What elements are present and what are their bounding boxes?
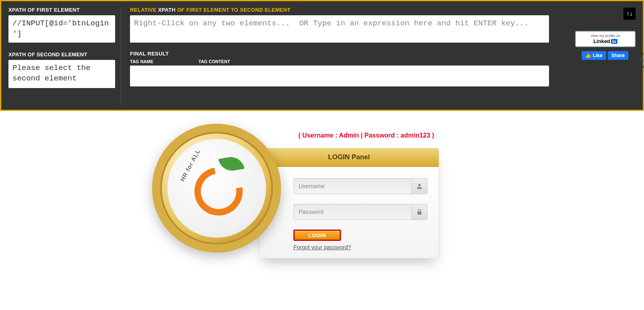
label-relative-xpath: RELATIVE XPATH OF FIRST ELEMENT TO SECON… — [130, 7, 549, 13]
swap-icon: ↑↓ — [626, 10, 633, 17]
xpath-tool-panel: XPATH OF FIRST ELEMENT XPATH OF SECOND E… — [0, 0, 644, 111]
fb-signup-link[interactable]: Sign Up — [640, 57, 644, 63]
linkedin-badge[interactable]: View my profile on Linked in — [575, 31, 636, 47]
login-area: LOGIN Panel LOGIN Forgot your password? … — [152, 124, 442, 265]
brand-medallion: HR for ALL — [152, 124, 281, 253]
user-icon — [411, 178, 427, 194]
fb-share-button[interactable]: Share — [608, 51, 628, 60]
forgot-password-link[interactable]: Forgot your password? — [293, 244, 427, 250]
login-panel: LOGIN Panel LOGIN Forgot your password? — [259, 148, 439, 259]
label-xpath-second: XPATH OF SECOND ELEMENT — [8, 51, 115, 57]
thumbs-up-icon: 👍 — [585, 53, 591, 58]
fb-like-caption: 97 people like this Sign Up to see what … — [632, 51, 644, 70]
xpath-first-input[interactable] — [8, 15, 115, 43]
fb-like-button[interactable]: 👍 Like — [582, 51, 606, 60]
xpath-second-input[interactable] — [8, 60, 115, 88]
login-button[interactable]: LOGIN — [293, 230, 341, 241]
label-tag-name: TAG NAME — [130, 59, 198, 64]
linkedin-icon: in — [611, 39, 617, 44]
lock-icon — [411, 204, 427, 220]
username-input[interactable] — [293, 178, 411, 194]
svg-point-0 — [418, 184, 421, 186]
label-xpath-first: XPATH OF FIRST ELEMENT — [8, 7, 115, 13]
login-panel-title: LOGIN Panel — [259, 148, 439, 167]
orange-logo-icon — [194, 160, 247, 216]
label-final-result: FINAL RESULT — [130, 51, 549, 57]
label-tag-content: TAG CONTENT — [198, 59, 230, 64]
relative-xpath-input[interactable] — [130, 15, 549, 43]
final-result-box — [130, 66, 549, 86]
password-input[interactable] — [293, 204, 411, 220]
swap-elements-button[interactable]: ↑↓ — [623, 8, 636, 20]
